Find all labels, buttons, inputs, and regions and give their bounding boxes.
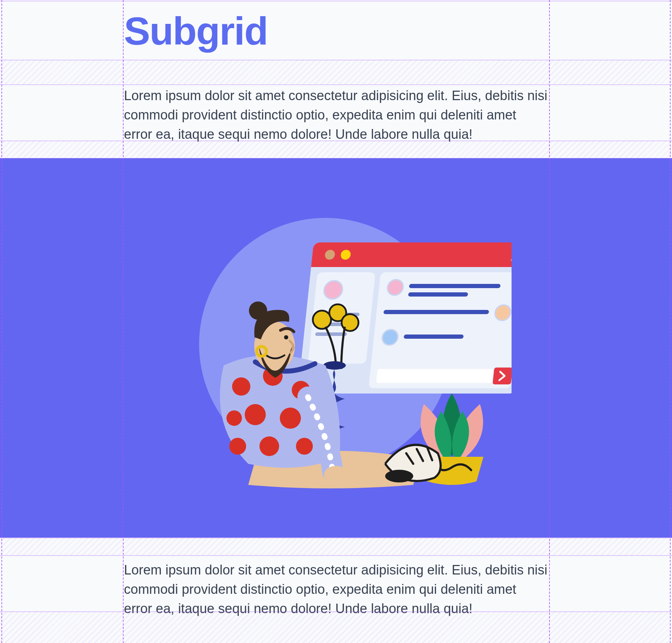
person-with-browser-window-illustration	[160, 197, 512, 499]
svg-point-36	[280, 408, 301, 429]
svg-point-37	[226, 410, 242, 426]
intro-paragraph: Lorem ipsum dolor sit amet consectetur a…	[124, 86, 548, 144]
page-title: Subgrid	[124, 0, 548, 52]
svg-rect-21	[383, 310, 489, 314]
svg-point-39	[259, 436, 279, 456]
svg-rect-24	[404, 335, 464, 339]
svg-rect-18	[408, 292, 468, 297]
svg-rect-13	[315, 332, 347, 336]
svg-rect-25	[376, 369, 493, 383]
page-viewport: Subgrid Lorem ipsum dolor sit amet conse…	[0, 0, 672, 643]
svg-point-44	[284, 335, 288, 339]
svg-point-30	[323, 361, 346, 370]
svg-point-40	[296, 438, 313, 455]
svg-rect-17	[409, 284, 501, 288]
svg-point-31	[385, 470, 413, 482]
second-paragraph: Lorem ipsum dolor sit amet consectetur a…	[124, 560, 548, 618]
svg-rect-26	[493, 368, 512, 384]
svg-point-42	[324, 466, 348, 483]
svg-point-45	[249, 301, 267, 320]
svg-point-41	[229, 438, 246, 455]
hero-illustration-panel	[0, 158, 672, 538]
svg-point-32	[232, 377, 250, 396]
svg-point-27	[313, 311, 331, 329]
svg-rect-3	[311, 260, 512, 267]
svg-point-35	[245, 404, 266, 425]
content-column: Subgrid Lorem ipsum dolor sit amet conse…	[124, 0, 548, 52]
